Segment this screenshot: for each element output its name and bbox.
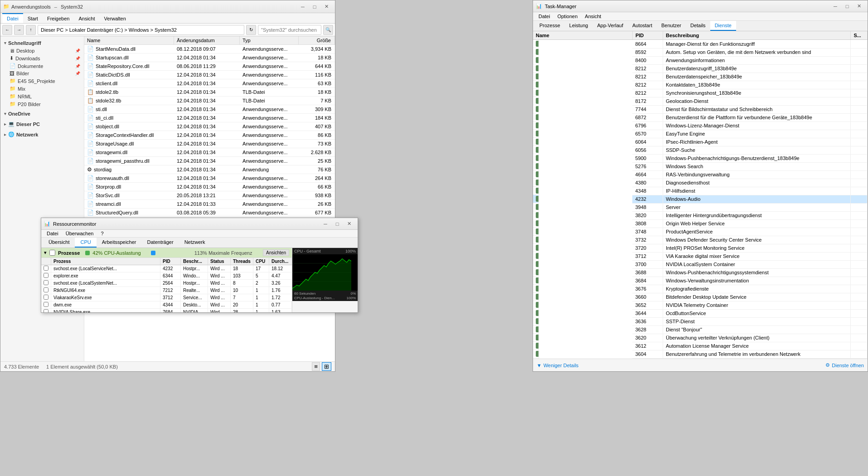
explorer-refresh-btn[interactable]: ↻ [246,25,256,35]
svc-table-row[interactable]: UserDataSvc_183b849e 8212 Benutzerdatenz… [533,64,868,73]
view-list-btn[interactable]: ≡ [312,362,320,371]
resmon-menu-datei[interactable]: Datei [43,230,62,237]
proc-cell-checkbox[interactable] [41,309,51,313]
svc-table-row[interactable]: BITS 3820 Intelligenter Hintergrundübert… [533,211,868,219]
sidebar-item-e45[interactable]: 📁 E45 S6_Projekte [0,77,84,85]
svc-table-row[interactable]: VIAKaraokeService 3712 VIA Karaoke digit… [533,252,868,260]
svc-table-row[interactable]: Intel(R) PROSet Monitoring... 3720 Intel… [533,244,868,252]
explorer-tab-start[interactable]: Start [23,13,43,23]
taskmgr-less-details-link[interactable]: ▼ Weniger Details [537,363,578,368]
file-row[interactable]: 📄 streamci.dll 12.04.2018 01:33 Anwendun… [84,200,335,209]
svc-table-row[interactable]: Origin Web Helper Service 3808 Origin We… [533,219,868,228]
svc-table-row[interactable]: WpnService 3688 Windows-Pushbenachrichti… [533,268,868,277]
svc-table-wrap[interactable]: Name PID Beschreibung S... LanSvc 8664 M… [533,31,868,359]
svc-table-row[interactable]: SSDPSRV 6056 SSDP-Suche [533,146,868,154]
col-pid[interactable]: PID [160,258,181,265]
proc-cell-checkbox[interactable] [41,301,51,309]
proc-bar-checkbox[interactable] [49,250,55,256]
svc-table-row[interactable]: RasMan 4664 RAS-Verbindungsverwaltung [533,170,868,179]
file-row[interactable]: 📄 StaticDictDS.dll 12.04.2018 01:34 Anwe… [84,71,335,79]
proc-cell-checkbox[interactable] [41,287,51,294]
file-row[interactable]: 📄 storagewmi.dll 12.04.2018 01:34 Anwend… [84,148,335,157]
file-row[interactable]: 📄 StateRepository.Core.dll 08.06.2018 11… [84,62,335,71]
sidebar-item-bilder[interactable]: 🖼 Bilder 📌 [0,70,84,77]
explorer-maximize-btn[interactable]: □ [309,2,320,11]
col-cpu[interactable]: CPU [253,258,269,265]
svc-table-row[interactable]: iphlpsvc 4348 IP-Hilfsdienst [533,187,868,195]
svc-table-row[interactable]: WSearch 5276 Windows Search [533,162,868,170]
col-durch[interactable]: Durch... [269,258,292,265]
proc-table-wrap[interactable]: Prozess PID Beschr... Status Threads CPU… [41,258,292,312]
taskmgr-tab-leistung[interactable]: Leistung [565,21,593,31]
taskmgr-menu-optionen[interactable]: Optionen [554,12,582,20]
file-row[interactable]: 📄 StructuredQuery.dll 03.08.2018 05:39 A… [84,209,335,217]
taskmgr-tab-benutzer[interactable]: Benutzer [657,21,686,31]
resmon-tab-arbeitsspeicher[interactable]: Arbeitsspeicher [97,238,142,248]
explorer-tab-freigeben[interactable]: Freigeben [43,13,74,23]
svc-table-row[interactable]: BonjourService 3628 Dienst "Bonjour" [533,325,868,334]
svc-table-row[interactable]: EasyTuneEngineService 6570 EasyTune Engi… [533,130,868,138]
resmon-proc-bar[interactable]: ▾ Prozesse 42% CPU-Auslastung 113% Maxim… [41,248,292,258]
file-row[interactable]: 📄 stclient.dll 12.04.2018 01:34 Anwendun… [84,79,335,88]
sidebar-dieser-pc-header[interactable]: ▸ 💻 Dieser PC [0,120,84,128]
col-date[interactable]: Änderungsdatum [174,36,240,44]
proc-cell-checkbox[interactable] [41,265,51,272]
svc-table-row[interactable]: lfsvc 8172 Geolocation-Dienst [533,97,868,105]
resmon-maximize-btn[interactable]: □ [331,219,343,228]
svc-table-row[interactable]: TrkWks 3620 Überwachung verteilter Verkn… [533,334,868,342]
proc-table-row[interactable]: ViakaraoKeSrv.exe 3712 Service... Wird .… [41,294,292,301]
proc-cell-checkbox[interactable] [41,294,51,301]
file-row[interactable]: 📄 sti_ci.dll 12.04.2018 01:34 Anwendungs… [84,114,335,122]
proc-table-row[interactable]: dwm.exe 4344 Deskto... Wird ... 20 1 0.7… [41,301,292,309]
explorer-minimize-btn[interactable]: ─ [297,2,309,11]
proc-table-row[interactable]: RtkNGUI64.exe 7212 Realte... Wird ... 10… [41,287,292,294]
svc-table-row[interactable]: NcdAutoSetup 8592 Autom. Setup von Gerät… [533,48,868,56]
taskmgr-close-btn[interactable]: ✕ [853,2,865,11]
views-btn[interactable]: Ansichten [263,249,289,256]
svc-table-row[interactable]: WdiServiceHost 4380 Diagnosediensthost [533,179,868,187]
taskmgr-minimize-btn[interactable]: ─ [829,2,841,11]
svc-table-row[interactable]: PolicyAgent 6064 IPsec-Richtlinien-Agent [533,138,868,146]
resmon-menu-ueberwachen[interactable]: Überwachen [62,230,97,237]
file-row[interactable]: 📄 StorageUsage.dll 12.04.2018 01:34 Anwe… [84,140,335,148]
col-status[interactable]: Status [208,258,231,265]
taskmgr-menu-ansicht[interactable]: Ansicht [581,12,605,20]
svc-col-pid[interactable]: PID [632,31,663,40]
resmon-tab-datentraeger[interactable]: Datenträger [142,238,179,248]
svc-table-row[interactable]: OneSyncSvc_183b849e 8212 Synchronisierun… [533,89,868,97]
file-row[interactable]: 📄 StartMenuData.dll 08.12.2018 09:07 Anw… [84,45,335,53]
file-row[interactable]: 📋 stdole2.tlb 12.04.2018 01:34 TLB-Datei… [84,88,335,97]
taskmgr-open-services-link[interactable]: ⚙ Dienste öffnen [825,362,864,368]
col-type[interactable]: Typ [240,36,299,44]
file-row[interactable]: 📄 StorSvc.dll 20.05.2018 13:21 Anwendung… [84,191,335,200]
file-row[interactable]: 📄 stobject.dll 12.04.2018 01:34 Anwendun… [84,122,335,131]
svc-table-row[interactable]: NvTelemetryContainer 3652 NVIDIA Telemet… [533,301,868,309]
resmon-close-btn[interactable]: ✕ [343,219,355,228]
svc-table-row[interactable]: NvContainerLocalSystem 3700 NVIDIA Local… [533,260,868,268]
explorer-forward-btn[interactable]: → [14,25,24,35]
sidebar-item-mix[interactable]: 📁 Mix [0,85,84,92]
col-beschr[interactable]: Beschr... [181,258,208,265]
file-row[interactable]: 📄 storagewmi_passthru.dll 12.04.2018 01:… [84,157,335,165]
sidebar-quick-access-header[interactable]: ▾ Schnellzugriff [0,39,84,47]
svc-table-row[interactable]: CryptSvc 3676 Kryptografiedienste [533,285,868,293]
proc-table-row[interactable]: svchost.exe (LocalServiceNet... 4232 Hos… [41,265,292,272]
sidebar-item-dokumente[interactable]: 📄 Dokumente 📌 [0,62,84,70]
sidebar-item-nrml[interactable]: 📁 NRML [0,92,84,100]
file-row[interactable]: 📄 sti.dll 12.04.2018 01:34 Anwendungsser… [84,105,335,114]
sidebar-onedrive-header[interactable]: ▾ OneDrive [0,110,84,118]
svc-col-beschreibung[interactable]: Beschreibung [663,31,850,40]
col-threads[interactable]: Threads [231,258,253,265]
svc-table-row[interactable]: almservice 3612 Automation License Manag… [533,342,868,350]
proc-cell-checkbox[interactable] [41,272,51,280]
col-name[interactable]: Name [84,36,174,44]
svc-table-row[interactable]: PimIndexMaintenanceSvc_... 8212 Kontaktd… [533,81,868,89]
file-row[interactable]: 📋 stdole32.tlb 12.04.2018 01:34 TLB-Date… [84,97,335,105]
svc-table-row[interactable]: ProductAgentService 3748 ProductAgentSer… [533,228,868,236]
svc-table-row[interactable]: UPDATESRV 3660 Bitdefender Desktop Updat… [533,293,868,301]
explorer-back-btn[interactable]: ← [2,25,12,35]
sidebar-item-desktop[interactable]: 🖥 Desktop 📌 [0,47,84,54]
svc-table-row[interactable]: WpnUserService_183b849e 5900 Windows-Pus… [533,154,868,162]
taskmgr-tab-autostart[interactable]: Autostart [628,21,657,31]
explorer-search-btn[interactable]: 🔍 [323,25,333,35]
